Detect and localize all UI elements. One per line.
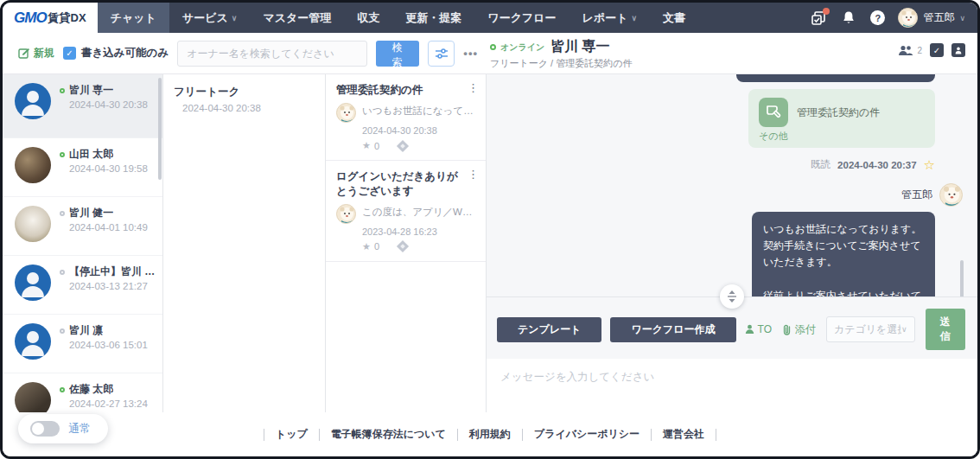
user-name: 管五郎 bbox=[923, 10, 954, 25]
chevron-down-icon: ∨ bbox=[232, 14, 238, 22]
contact-row[interactable]: 佐藤 太郎 2024-02-27 13:24 bbox=[3, 373, 162, 412]
footer-link-top[interactable]: トップ bbox=[276, 427, 308, 442]
footer-link-denshichobo[interactable]: 電子帳簿保存法について bbox=[331, 427, 446, 442]
person-icon bbox=[745, 324, 754, 335]
nav-item-workflow[interactable]: ワークフロー bbox=[474, 3, 569, 33]
nav-item-chat[interactable]: チャット bbox=[98, 3, 169, 33]
stamp-icon bbox=[759, 98, 788, 127]
mode-toggle-pill: 通常 bbox=[18, 414, 108, 443]
nav-item-renewal[interactable]: 更新・提案 bbox=[392, 3, 474, 33]
nav-item-service[interactable]: サービス∨ bbox=[169, 3, 251, 33]
message-time: 2024-04-30 20:37 bbox=[837, 160, 916, 170]
contacts-scrollbar[interactable] bbox=[158, 78, 162, 180]
help-icon[interactable]: ? bbox=[870, 10, 885, 25]
star-count: 0 bbox=[374, 241, 379, 252]
kebab-menu-icon[interactable]: ⋮ bbox=[468, 168, 479, 181]
writable-only-checkbox[interactable]: ✓ 書き込み可能のみ bbox=[63, 46, 169, 61]
message-bubble: いつもお世話になっております。 契約手続きについてご案内させていただきます。 従… bbox=[752, 212, 935, 296]
star-icon[interactable]: ★ bbox=[362, 241, 371, 252]
paperclip-icon bbox=[782, 324, 792, 335]
send-button[interactable]: 送信 bbox=[926, 309, 965, 350]
contact-row[interactable]: 山田 太郎 2024-04-30 19:58 bbox=[3, 138, 162, 197]
bell-icon[interactable] bbox=[840, 10, 857, 27]
main-nav: チャット サービス∨ マスター管理 収支 更新・提案 ワークフロー レポート∨ … bbox=[98, 3, 698, 33]
divider bbox=[319, 429, 320, 441]
footer: トップ 電子帳簿保存法について 利用規約 プライバシーポリシー 運営会社 bbox=[3, 412, 977, 456]
chat-scrollbar[interactable] bbox=[960, 260, 964, 296]
star-outline-icon[interactable]: ☆ bbox=[924, 158, 935, 171]
chat-header: オンライン 皆川 専一 フリートーク / 管理委託契約の件 2 ✓ bbox=[487, 33, 977, 73]
toolbar-row: 新規 ✓ 書き込み可能のみ 検索 ••• オンライン 皆川 専一 フリートーク … bbox=[3, 33, 977, 74]
footer-link-company[interactable]: 運営会社 bbox=[663, 427, 704, 442]
divider bbox=[457, 429, 458, 441]
room-item[interactable]: フリートーク 2024-04-30 20:38 bbox=[174, 85, 315, 137]
last-message-date: 2024-03-06 15:01 bbox=[69, 340, 148, 350]
category-card[interactable]: 管理委託契約の件 その他 bbox=[748, 89, 935, 148]
user-menu[interactable]: 管五郎 ∨ bbox=[898, 8, 965, 28]
thread-item[interactable]: ⋮ 管理委託契約の件 いつもお世話になっております… 2024-04-30 20… bbox=[326, 74, 486, 161]
to-button[interactable]: TO bbox=[745, 323, 772, 335]
new-button[interactable]: 新規 bbox=[18, 46, 54, 61]
resize-handle[interactable] bbox=[720, 284, 744, 309]
more-menu[interactable]: ••• bbox=[463, 47, 478, 60]
thread-date: 2023-04-28 16:23 bbox=[362, 226, 477, 237]
contact-card-icon[interactable] bbox=[951, 43, 965, 57]
app-logo[interactable]: GMO 賃貸DX bbox=[3, 3, 98, 33]
thread-item[interactable]: ⋮ ログインいただきありがとうございます この度は、アプリ／WEBへログ… 20… bbox=[326, 161, 486, 262]
owner-search-input[interactable] bbox=[177, 41, 367, 67]
message-preview: この度は、アプリ／WEBへログ… bbox=[362, 204, 477, 224]
navbar-right: ? 管五郎 ∨ bbox=[810, 3, 977, 33]
presence-dot bbox=[60, 387, 65, 392]
room-date: 2024-04-30 20:38 bbox=[182, 103, 315, 113]
tasks-icon[interactable] bbox=[810, 10, 827, 27]
filter-button[interactable] bbox=[428, 41, 455, 67]
task-check-icon[interactable]: ✓ bbox=[930, 43, 944, 57]
chat-partner-name: 皆川 専一 bbox=[550, 38, 609, 56]
member-count: 2 bbox=[917, 46, 922, 55]
category-card-title: 管理委託契約の件 bbox=[797, 105, 880, 120]
contact-row[interactable]: 皆川 凛 2024-03-06 15:01 bbox=[3, 315, 162, 373]
notification-dot bbox=[823, 8, 830, 15]
avatar bbox=[15, 265, 51, 301]
online-status-dot bbox=[490, 44, 496, 50]
app-status-badge bbox=[397, 240, 409, 252]
chevron-down-icon: ∨ bbox=[901, 325, 907, 334]
previous-message-bubble bbox=[736, 74, 935, 82]
star-icon[interactable]: ★ bbox=[362, 140, 371, 151]
attach-button[interactable]: 添付 bbox=[782, 322, 816, 337]
message-area: 管理委託契約の件 その他 既読 2024-04-30 20:37 ☆ 管五郎 い… bbox=[487, 74, 977, 296]
message-input[interactable] bbox=[487, 359, 977, 412]
divider bbox=[651, 429, 652, 441]
sender-name: 管五郎 bbox=[901, 188, 932, 202]
contact-row[interactable]: 【停止中】皆川 徳里 2024-03-13 21:27 bbox=[3, 256, 162, 315]
edit-icon bbox=[18, 48, 30, 60]
nav-item-document[interactable]: 文書 bbox=[650, 3, 698, 33]
members-icon[interactable] bbox=[898, 45, 913, 56]
mode-toggle[interactable] bbox=[30, 421, 60, 437]
avatar bbox=[336, 204, 356, 224]
create-workflow-button[interactable]: ワークフロー作成 bbox=[610, 317, 735, 342]
presence-dot bbox=[60, 88, 65, 93]
last-message-date: 2024-04-30 20:38 bbox=[69, 99, 148, 110]
category-label: その他 bbox=[759, 130, 925, 143]
logo-product: 賃貸DX bbox=[48, 10, 86, 26]
avatar bbox=[15, 206, 51, 242]
read-status: 既読 bbox=[811, 158, 830, 171]
divider bbox=[716, 429, 716, 441]
contact-row[interactable]: 皆川 健一 2024-04-01 10:49 bbox=[3, 197, 162, 256]
footer-link-privacy[interactable]: プライバシーポリシー bbox=[534, 427, 640, 442]
footer-link-terms[interactable]: 利用規約 bbox=[469, 427, 511, 442]
kebab-menu-icon[interactable]: ⋮ bbox=[468, 81, 479, 94]
thread-list: ⋮ 管理委託契約の件 いつもお世話になっております… 2024-04-30 20… bbox=[326, 74, 487, 412]
template-button[interactable]: テンプレート bbox=[497, 317, 601, 342]
app-window: GMO 賃貸DX チャット サービス∨ マスター管理 収支 更新・提案 ワークフ… bbox=[0, 0, 980, 459]
nav-item-balance[interactable]: 収支 bbox=[344, 3, 392, 33]
nav-item-master[interactable]: マスター管理 bbox=[250, 3, 344, 33]
category-select[interactable]: カテゴリを選択 ∨ bbox=[826, 316, 915, 342]
contact-row[interactable]: 皆川 専一 2024-04-30 20:38 bbox=[3, 74, 162, 138]
sliders-icon bbox=[435, 48, 449, 60]
avatar bbox=[939, 183, 963, 207]
search-button[interactable]: 検索 bbox=[376, 41, 419, 67]
nav-item-report[interactable]: レポート∨ bbox=[570, 3, 651, 33]
checkbox-label: 書き込み可能のみ bbox=[81, 46, 169, 61]
